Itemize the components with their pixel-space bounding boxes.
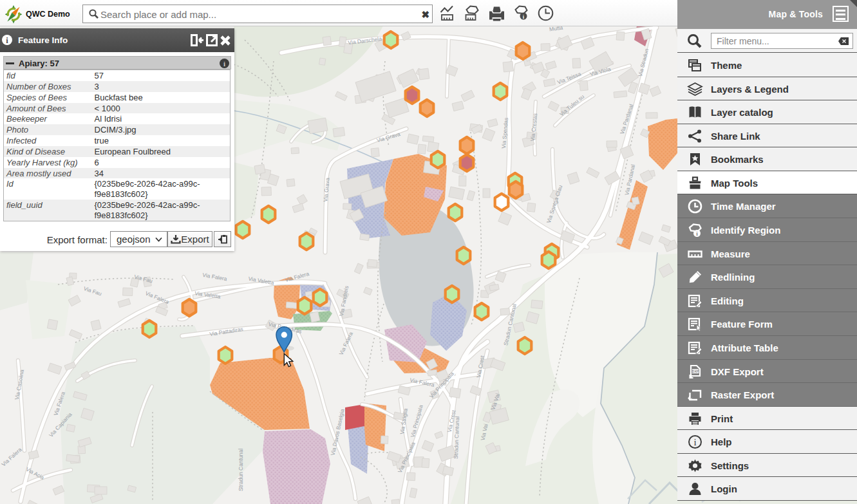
svg-text:Stradun Cantunal: Stradun Cantunal (238, 449, 244, 491)
svg-text:DXF: DXF (692, 369, 699, 373)
svg-text:i: i (6, 36, 8, 45)
svg-text:i: i (223, 60, 225, 68)
svg-text:i: i (693, 437, 696, 447)
